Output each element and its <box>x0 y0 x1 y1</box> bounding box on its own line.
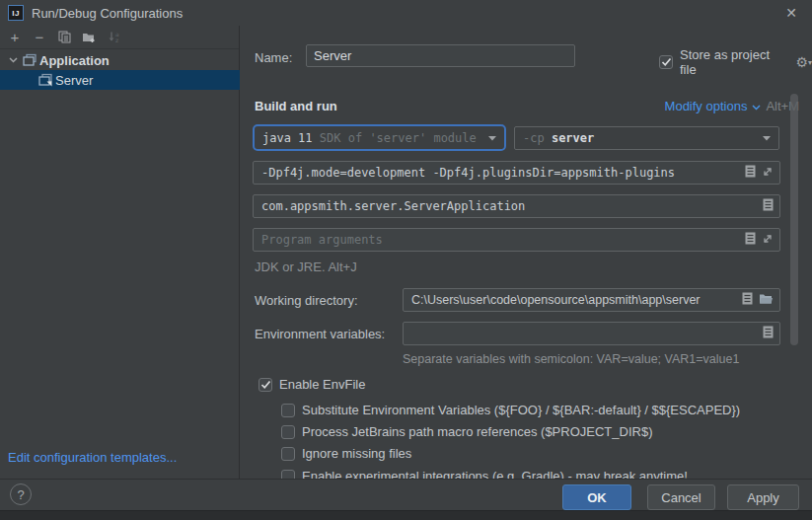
store-as-project-file-checkbox[interactable] <box>659 55 673 69</box>
working-directory-field[interactable]: C:\Users\user\code\opensource\appsmith\a… <box>403 288 780 312</box>
main-class-field[interactable]: com.appsmith.server.ServerApplication <box>253 194 780 218</box>
environment-variables-hint: Separate variables with semicolon: VAR=v… <box>403 352 739 366</box>
enable-envfile-option[interactable]: Enable EnvFile <box>258 377 365 392</box>
modify-options-link[interactable]: Modify options <box>665 99 748 113</box>
sort-configurations-icon[interactable]: az <box>107 31 120 44</box>
sidebar-item-label: Application <box>39 53 110 68</box>
jdk-combo-hint: SDK of 'server' module <box>320 131 477 145</box>
classpath-combo-value: server <box>552 131 594 145</box>
enable-envfile-checkbox[interactable] <box>258 378 272 392</box>
expand-field-icon[interactable] <box>762 233 774 248</box>
background-window-edge <box>0 510 812 520</box>
jdk-combo-value: java 11 <box>262 131 313 145</box>
dialog-titlebar: IJ Run/Debug Configurations ✕ <box>0 0 812 26</box>
chevron-down-icon[interactable] <box>6 53 20 67</box>
modify-options-group: Modify options Alt+M <box>240 99 799 113</box>
chevron-down-icon[interactable] <box>752 99 761 113</box>
dialog-footer: ? OK Cancel Apply <box>0 479 812 510</box>
sidebar-item-server[interactable]: Server <box>0 70 240 90</box>
ignore-missing-files-checkbox[interactable] <box>281 447 295 461</box>
main-class-value: com.appsmith.server.ServerApplication <box>254 199 763 213</box>
vm-options-value: -Dpf4j.mode=development -Dpf4j.pluginsDi… <box>254 166 745 180</box>
edit-configuration-templates-link[interactable]: Edit configuration templates... <box>8 450 177 465</box>
screen: IJ Run/Debug Configurations ✕ + − az <box>0 0 812 520</box>
ok-button[interactable]: OK <box>562 484 631 510</box>
store-as-project-file-option[interactable]: Store as project file ⚙▾ <box>659 47 812 77</box>
envfile-option-label: Substitute Environment Variables (${FOO}… <box>302 403 740 417</box>
environment-variables-field[interactable] <box>403 322 780 345</box>
envfile-option-substitute[interactable]: Substitute Environment Variables (${FOO}… <box>281 403 740 417</box>
environment-variables-label: Environment variables: <box>255 327 385 341</box>
sidebar-toolbar: + − az <box>0 26 239 49</box>
classpath-combo-prefix: -cp <box>523 131 545 145</box>
cancel-button[interactable]: Cancel <box>647 484 715 510</box>
configurations-sidebar: + − az Application <box>0 26 240 479</box>
substitute-env-vars-checkbox[interactable] <box>281 404 295 417</box>
apply-button[interactable]: Apply <box>727 484 799 510</box>
working-directory-label: Working directory: <box>255 293 358 308</box>
vm-options-field[interactable]: -Dpf4j.mode=development -Dpf4j.pluginsDi… <box>253 161 780 185</box>
program-arguments-field[interactable]: Program arguments <box>253 228 780 252</box>
envfile-option-label: Process JetBrains path macro references … <box>302 424 652 439</box>
store-as-project-file-label: Store as project file <box>680 47 788 77</box>
sidebar-item-label: Server <box>55 73 93 88</box>
macros-icon[interactable] <box>763 326 774 341</box>
copy-configuration-icon[interactable] <box>57 31 71 44</box>
close-icon[interactable]: ✕ <box>782 4 800 22</box>
expand-field-icon[interactable] <box>762 166 774 181</box>
add-configuration-icon[interactable]: + <box>8 31 22 44</box>
application-type-icon <box>22 53 37 67</box>
svg-text:z: z <box>115 37 118 43</box>
vertical-scrollbar[interactable] <box>790 94 798 345</box>
gear-icon[interactable]: ⚙▾ <box>795 54 812 70</box>
jdk-hint: JDK or JRE. Alt+J <box>255 260 357 274</box>
process-path-macro-checkbox[interactable] <box>281 425 295 439</box>
macros-icon[interactable] <box>742 292 753 308</box>
macros-icon[interactable] <box>745 165 756 181</box>
sidebar-item-application[interactable]: Application <box>0 50 240 70</box>
name-field[interactable] <box>306 44 575 67</box>
run-debug-configurations-dialog: IJ Run/Debug Configurations ✕ + − az <box>0 0 812 510</box>
help-button[interactable]: ? <box>10 483 32 505</box>
name-input[interactable] <box>307 48 574 63</box>
chevron-down-icon <box>487 135 504 141</box>
envfile-option-label: Ignore missing files <box>302 446 411 461</box>
working-directory-value: C:\Users\user\code\opensource\appsmith\a… <box>404 293 742 307</box>
macros-icon[interactable] <box>763 198 774 214</box>
envfile-option-ignore-missing[interactable]: Ignore missing files <box>281 446 411 461</box>
program-arguments-placeholder: Program arguments <box>254 233 745 247</box>
application-run-icon <box>37 73 53 87</box>
dialog-title: Run/Debug Configurations <box>32 6 183 21</box>
jdk-combo[interactable]: java 11 SDK of 'server' module <box>253 124 506 151</box>
classpath-combo[interactable]: -cp server <box>514 126 779 150</box>
name-label: Name: <box>255 50 292 65</box>
macros-icon[interactable] <box>745 232 756 248</box>
chevron-down-icon <box>762 135 778 141</box>
remove-configuration-icon[interactable]: − <box>33 31 46 44</box>
browse-folder-icon[interactable] <box>759 293 774 308</box>
new-folder-icon[interactable] <box>82 31 96 44</box>
enable-envfile-label: Enable EnvFile <box>279 377 365 392</box>
envfile-option-path-macro[interactable]: Process JetBrains path macro references … <box>281 424 652 439</box>
intellij-logo-icon: IJ <box>8 5 24 21</box>
